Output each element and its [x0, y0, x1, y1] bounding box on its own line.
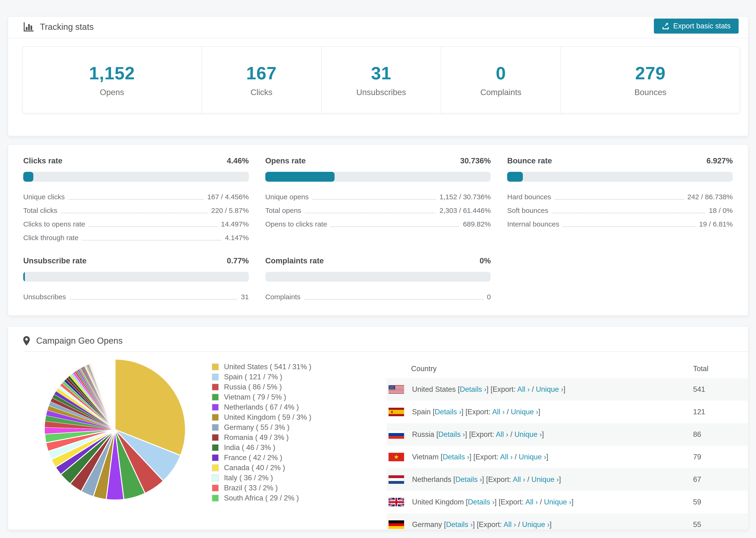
total-cell: 55	[693, 520, 748, 529]
clicks-rate-block: Clicks rate 4.46% Unique clicks167 / 4.4…	[23, 156, 249, 244]
legend-swatch	[212, 495, 219, 502]
legend-item: Vietnam ( 79 / 5% )	[212, 392, 311, 402]
legend-item: Italy ( 36 / 2% )	[212, 473, 311, 483]
dotted-leader	[61, 213, 207, 213]
details-link[interactable]: Details ›	[435, 408, 461, 416]
rate-title: Complaints rate	[265, 256, 324, 265]
rate-detail-row: Click through rate4.147%	[23, 231, 249, 244]
flag-spain-icon	[389, 408, 404, 416]
table-row-united-states: United States [Details ›] [Export: All ›…	[387, 378, 748, 401]
legend-item: Russia ( 86 / 5% )	[212, 382, 311, 392]
rate-detail-row: Soft bounces18 / 0%	[507, 204, 733, 217]
legend-swatch	[212, 484, 219, 492]
legend-item: Spain ( 121 / 7% )	[212, 372, 311, 382]
export-unique-link[interactable]: Unique ›	[514, 430, 542, 439]
details-link[interactable]: Details ›	[443, 453, 469, 461]
stat-value: 279	[635, 63, 666, 83]
dotted-leader	[331, 226, 459, 227]
rate-value: 0.77%	[227, 256, 249, 265]
legend-item: Romania ( 49 / 3% )	[212, 432, 311, 443]
country-cell: United States [Details ›] [Export: All ›…	[412, 385, 566, 394]
rate-detail-row: Internal bounces19 / 6.81%	[507, 217, 733, 231]
dotted-leader	[304, 299, 483, 300]
stat-box-clicks: 167 Clicks	[202, 47, 322, 113]
details-link[interactable]: Details ›	[468, 498, 495, 506]
geo-pie-chart[interactable]	[43, 358, 187, 501]
legend-item: Canada ( 40 / 2% )	[212, 463, 311, 473]
total-cell: 541	[693, 385, 748, 394]
export-unique-link[interactable]: Unique ›	[511, 408, 538, 416]
header-divider	[8, 38, 748, 38]
details-link[interactable]: Details ›	[460, 385, 486, 394]
rate-detail-row: Complaints0	[265, 290, 491, 304]
geo-table: Country Total United States [Details ›] …	[387, 359, 748, 530]
country-cell: United Kingdom [Details ›] [Export: All …	[412, 498, 573, 506]
legend-item: South Africa ( 29 / 2% )	[212, 493, 311, 503]
country-cell: Netherlands [Details ›] [Export: All › /…	[412, 475, 561, 484]
dotted-leader	[305, 213, 436, 213]
legend-swatch	[212, 434, 219, 441]
legend-swatch	[212, 404, 219, 411]
export-all-link[interactable]: All ›	[517, 385, 530, 394]
total-cell: 67	[693, 475, 748, 484]
legend-item: France ( 42 / 2% )	[212, 453, 311, 463]
rate-detail-row: Unique clicks167 / 4.456%	[23, 190, 249, 204]
stat-label: Complaints	[480, 87, 521, 97]
country-cell: Germany [Details ›] [Export: All › / Uni…	[412, 520, 552, 529]
flag-united-kingdom-icon	[389, 498, 404, 506]
export-all-link[interactable]: All ›	[500, 453, 513, 461]
export-unique-link[interactable]: Unique ›	[531, 475, 559, 484]
stat-label: Bounces	[634, 87, 666, 97]
dotted-leader	[89, 226, 217, 227]
flag-netherlands-icon	[389, 475, 404, 484]
country-cell: Russia [Details ›] [Export: All › / Uniq…	[412, 430, 544, 439]
progress-bar	[507, 172, 733, 182]
stat-value: 31	[371, 63, 391, 83]
complaints-rate-block: Complaints rate 0% Complaints0	[265, 256, 491, 304]
details-link[interactable]: Details ›	[446, 520, 473, 529]
legend-swatch	[212, 373, 219, 381]
table-row-united-kingdom: United Kingdom [Details ›] [Export: All …	[387, 491, 748, 513]
dotted-leader	[563, 226, 695, 227]
legend-item: United States ( 541 / 31% )	[212, 362, 311, 372]
progress-fill	[23, 272, 25, 282]
geo-table-header: Country Total	[387, 359, 748, 378]
export-basic-stats-button[interactable]: Export basic stats	[654, 19, 739, 33]
stat-value: 167	[246, 63, 277, 83]
geo-divider	[23, 351, 748, 352]
export-all-link[interactable]: All ›	[492, 408, 505, 416]
stats-summary-strip: 1,152 Opens 167 Clicks 31 Unsubscribes 0…	[22, 46, 740, 114]
export-unique-link[interactable]: Unique ›	[522, 520, 550, 529]
unsubscribe-rate-block: Unsubscribe rate 0.77% Unsubscribes31	[23, 256, 249, 304]
export-all-link[interactable]: All ›	[503, 520, 516, 529]
rate-value: 6.927%	[706, 156, 733, 165]
legend-swatch	[212, 363, 219, 370]
rate-title: Opens rate	[265, 156, 306, 165]
table-row-vietnam: Vietnam [Details ›] [Export: All › / Uni…	[387, 446, 748, 468]
progress-bar	[265, 272, 491, 282]
export-unique-link[interactable]: Unique ›	[544, 498, 571, 506]
dotted-leader	[555, 199, 683, 200]
export-unique-link[interactable]: Unique ›	[519, 453, 546, 461]
export-unique-link[interactable]: Unique ›	[536, 385, 563, 394]
rate-title: Unsubscribe rate	[23, 256, 87, 265]
legend-swatch	[212, 394, 219, 401]
country-cell: Spain [Details ›] [Export: All › / Uniqu…	[412, 408, 540, 416]
export-all-link[interactable]: All ›	[496, 430, 508, 439]
export-all-link[interactable]: All ›	[513, 475, 525, 484]
legend-item: Netherlands ( 67 / 4% )	[212, 402, 311, 412]
legend-swatch	[212, 384, 219, 391]
export-icon	[662, 22, 669, 30]
stat-label: Opens	[100, 87, 124, 97]
legend-item: United Kingdom ( 59 / 3% )	[212, 412, 311, 422]
legend-swatch	[212, 414, 219, 421]
rate-title: Clicks rate	[23, 156, 63, 165]
rate-title: Bounce rate	[507, 156, 552, 165]
details-link[interactable]: Details ›	[438, 430, 465, 439]
details-link[interactable]: Details ›	[455, 475, 482, 484]
export-all-link[interactable]: All ›	[525, 498, 538, 506]
rate-detail-row: Unique opens1,152 / 30.736%	[265, 190, 491, 204]
flag-russia-icon	[389, 430, 404, 439]
legend-item: India ( 46 / 3% )	[212, 443, 311, 453]
total-cell: 59	[693, 498, 748, 506]
